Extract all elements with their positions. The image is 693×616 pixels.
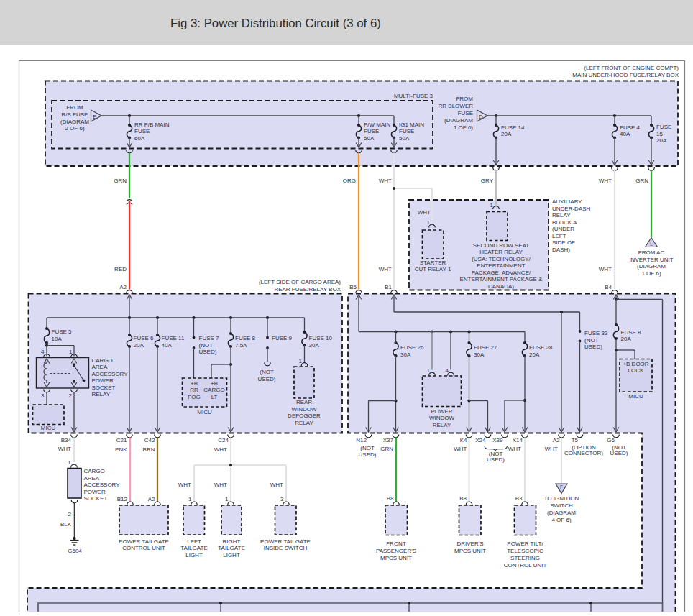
svg-text:WHT: WHT bbox=[545, 446, 558, 452]
svg-text:ORG: ORG bbox=[343, 178, 356, 184]
svg-text:(NOT: (NOT bbox=[360, 445, 375, 451]
svg-text:30A: 30A bbox=[400, 351, 411, 358]
svg-text:+B DOOR: +B DOOR bbox=[623, 361, 648, 367]
svg-text:DEFOGGER: DEFOGGER bbox=[288, 413, 321, 419]
svg-text:R/B FUSE: R/B FUSE bbox=[62, 111, 88, 118]
svg-text:FROM: FROM bbox=[456, 96, 473, 102]
svg-text:4: 4 bbox=[446, 367, 449, 374]
svg-text:RR: RR bbox=[190, 387, 198, 393]
svg-text:WHT: WHT bbox=[599, 266, 612, 272]
svg-text:POWER TAILGATE: POWER TAILGATE bbox=[260, 538, 311, 545]
svg-text:WHT: WHT bbox=[214, 446, 227, 453]
svg-text:WINDOW: WINDOW bbox=[429, 415, 455, 421]
svg-text:RELAY: RELAY bbox=[552, 212, 571, 219]
svg-text:3: 3 bbox=[280, 496, 284, 502]
svg-text:RR F/B MAIN: RR F/B MAIN bbox=[134, 121, 170, 128]
svg-text:BRN: BRN bbox=[143, 446, 155, 453]
svg-text:USED): USED) bbox=[359, 451, 377, 458]
svg-text:60A: 60A bbox=[134, 135, 145, 142]
svg-text:SIDE OF: SIDE OF bbox=[552, 239, 575, 246]
svg-text:LIGHT: LIGHT bbox=[185, 552, 203, 558]
svg-text:FUSE: FUSE bbox=[134, 128, 150, 134]
svg-text:LOCK: LOCK bbox=[628, 367, 644, 374]
svg-text:POWER: POWER bbox=[84, 489, 106, 495]
svg-text:WHT: WHT bbox=[379, 178, 392, 184]
svg-text:X37: X37 bbox=[383, 437, 394, 443]
svg-text:ACCESSORY: ACCESSORY bbox=[92, 371, 129, 377]
svg-text:50A: 50A bbox=[399, 135, 410, 142]
svg-text:USED): USED) bbox=[487, 456, 505, 463]
svg-text:WHT: WHT bbox=[418, 209, 431, 216]
svg-text:MICU: MICU bbox=[628, 393, 643, 400]
svg-text:HEATER RELAY: HEATER RELAY bbox=[479, 249, 523, 255]
svg-text:(NOT: (NOT bbox=[260, 369, 274, 375]
svg-text:DASH): DASH) bbox=[552, 247, 570, 253]
svg-text:30A: 30A bbox=[474, 351, 485, 358]
svg-text:FUSE 26: FUSE 26 bbox=[400, 344, 424, 351]
svg-text:MPCS UNIT: MPCS UNIT bbox=[380, 555, 412, 561]
svg-text:X24: X24 bbox=[475, 437, 486, 443]
svg-text:1: 1 bbox=[68, 459, 71, 466]
svg-text:FRONT: FRONT bbox=[386, 541, 406, 547]
svg-text:FROM AC: FROM AC bbox=[638, 249, 665, 256]
svg-text:IG1 MAIN: IG1 MAIN bbox=[399, 121, 424, 128]
svg-text:T5: T5 bbox=[572, 437, 579, 443]
svg-text:DRIVER'S: DRIVER'S bbox=[456, 541, 483, 547]
svg-text:(LEFT SIDE OF CARGO AREA): (LEFT SIDE OF CARGO AREA) bbox=[259, 279, 341, 285]
svg-text:(NOT: (NOT bbox=[584, 337, 599, 344]
svg-text:B8: B8 bbox=[387, 495, 394, 502]
svg-text:MICU: MICU bbox=[197, 409, 212, 415]
svg-text:PASSENGER'S: PASSENGER'S bbox=[376, 548, 416, 554]
svg-text:(DIAGRAM: (DIAGRAM bbox=[60, 119, 89, 125]
svg-text:FUSE 4: FUSE 4 bbox=[620, 124, 641, 131]
svg-text:WHT: WHT bbox=[599, 178, 612, 184]
svg-text:C24: C24 bbox=[218, 437, 229, 443]
svg-text:A2: A2 bbox=[148, 496, 155, 502]
svg-text:FUSE: FUSE bbox=[458, 110, 473, 116]
svg-text:FUSE 28: FUSE 28 bbox=[529, 344, 553, 351]
svg-text:1: 1 bbox=[299, 358, 303, 364]
svg-text:GRN: GRN bbox=[635, 178, 648, 184]
svg-text:20A: 20A bbox=[501, 131, 512, 137]
svg-text:FUSE 5: FUSE 5 bbox=[52, 328, 73, 335]
svg-text:40A: 40A bbox=[162, 342, 173, 349]
svg-text:20A: 20A bbox=[134, 342, 144, 349]
svg-text:INVERTER UNIT: INVERTER UNIT bbox=[629, 257, 673, 263]
svg-text:FOG: FOG bbox=[188, 394, 200, 400]
svg-text:C21: C21 bbox=[116, 437, 127, 443]
svg-text:B12: B12 bbox=[117, 496, 128, 502]
svg-text:GRY: GRY bbox=[481, 178, 494, 184]
svg-text:CONNECTOR): CONNECTOR) bbox=[564, 450, 603, 456]
svg-text:2 OF 6): 2 OF 6) bbox=[65, 125, 84, 132]
svg-text:WHT: WHT bbox=[508, 446, 521, 452]
svg-text:7.5A: 7.5A bbox=[235, 342, 247, 349]
svg-text:LEFT: LEFT bbox=[187, 538, 201, 545]
svg-text:CARGO: CARGO bbox=[203, 387, 224, 393]
svg-text:GRN: GRN bbox=[380, 446, 393, 452]
svg-text:F: F bbox=[560, 484, 563, 489]
svg-text:Fig 3: Power Distribution Circ: Fig 3: Power Distribution Circuit (3 of … bbox=[170, 17, 381, 30]
svg-text:B34: B34 bbox=[61, 437, 72, 443]
svg-text:2: 2 bbox=[69, 392, 73, 399]
svg-text:ENTERTAINMENT PACKAGE &: ENTERTAINMENT PACKAGE & bbox=[460, 276, 543, 282]
svg-text:CONTROL UNIT: CONTROL UNIT bbox=[122, 545, 165, 551]
svg-text:30A: 30A bbox=[309, 342, 320, 349]
svg-text:REAR FUSE/RELAY BOX: REAR FUSE/RELAY BOX bbox=[274, 286, 341, 293]
svg-text:CARGO: CARGO bbox=[84, 468, 105, 474]
svg-text:USED): USED) bbox=[199, 349, 217, 355]
svg-text:SOCKET: SOCKET bbox=[92, 385, 116, 391]
svg-text:INSIDE SWITCH: INSIDE SWITCH bbox=[264, 545, 308, 551]
svg-text:1: 1 bbox=[69, 349, 73, 355]
svg-text:40A: 40A bbox=[620, 131, 630, 137]
svg-text:WINDOW: WINDOW bbox=[291, 406, 317, 413]
svg-text:AREA: AREA bbox=[92, 364, 108, 370]
svg-text:CANADA): CANADA) bbox=[488, 283, 514, 290]
svg-text:FUSE 9: FUSE 9 bbox=[272, 335, 293, 341]
svg-text:MPCS UNIT: MPCS UNIT bbox=[454, 548, 486, 554]
svg-text:SWITCH: SWITCH bbox=[550, 502, 573, 509]
svg-text:POWER TILT/: POWER TILT/ bbox=[507, 541, 543, 547]
svg-text:FUSE 27: FUSE 27 bbox=[474, 344, 497, 351]
svg-text:C42: C42 bbox=[144, 437, 155, 443]
svg-text:LT: LT bbox=[211, 394, 218, 400]
svg-text:WHT: WHT bbox=[270, 482, 283, 488]
